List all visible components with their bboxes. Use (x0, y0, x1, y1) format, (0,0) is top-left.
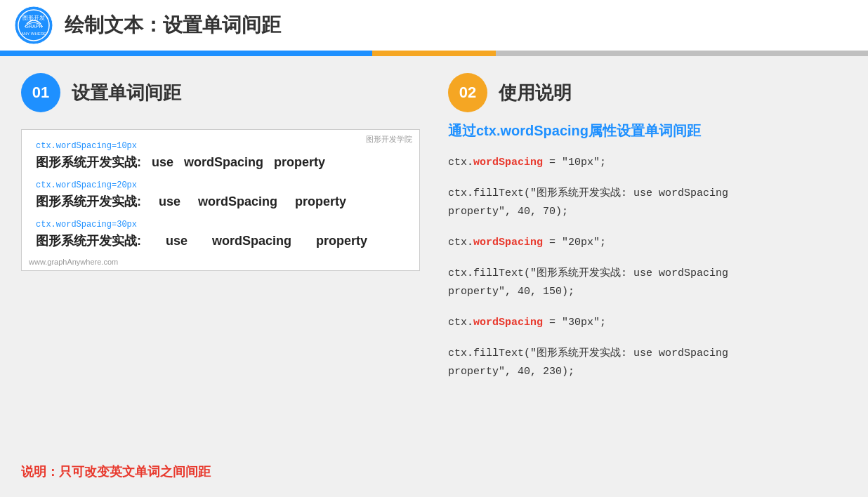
code-line-3-2: ctx.fillText("图形系统开发实战: use wordSpacing (448, 345, 847, 362)
code-line-1-2: ctx.fillText("图形系统开发实战: use wordSpacing (448, 185, 847, 202)
code-line-3-1: ctx.wordSpacing = "30px"; (448, 314, 847, 331)
section-01-header: 01 设置单词间距 (21, 73, 420, 112)
page-title: 绘制文本：设置单词间距 (65, 12, 281, 39)
code-block-1b: ctx.fillText("图形系统开发实战: use wordSpacing … (448, 185, 847, 222)
code-line-2-2: ctx.fillText("图形系统开发实战: use wordSpacing (448, 265, 847, 282)
code-block-1: ctx.wordSpacing = "10px"; (448, 154, 847, 173)
right-subtitle: 通过ctx.wordSpacing属性设置单词间距 (448, 121, 847, 140)
code-line-2-3: property", 40, 150); (448, 284, 847, 300)
watermark-top: 图形开发学院 (366, 134, 412, 145)
page: 图形开发 GRAPH ANY WHERE 绘制文本：设置单词间距 01 设置单词… (0, 0, 868, 497)
demo-label-30: ctx.wordSpacing=30px (36, 220, 405, 230)
logo-icon: 图形开发 GRAPH ANY WHERE (14, 6, 53, 45)
progress-orange (372, 51, 497, 56)
section-number-01: 01 (21, 73, 60, 112)
demo-row-30: ctx.wordSpacing=30px 图形系统开发实战: use wordS… (36, 220, 405, 249)
section-number-02: 02 (448, 73, 487, 112)
canvas-demo-box: 图形开发学院 ctx.wordSpacing=10px 图形系统开发实战: us… (21, 129, 420, 271)
left-panel: 01 设置单词间距 图形开发学院 ctx.wordSpacing=10px 图形… (21, 73, 420, 480)
code-line-1-1: ctx.wordSpacing = "10px"; (448, 154, 847, 171)
section-02-header: 02 使用说明 (448, 73, 847, 112)
code-line-1-3: property", 40, 70); (448, 204, 847, 220)
code-block-3: ctx.wordSpacing = "30px"; (448, 314, 847, 333)
code-line-2-1: ctx.wordSpacing = "20px"; (448, 234, 847, 251)
section-02-title: 使用说明 (499, 81, 572, 105)
code-block-2b: ctx.fillText("图形系统开发实战: use wordSpacing … (448, 265, 847, 302)
progress-blue (0, 51, 372, 56)
section-01-title: 设置单词间距 (72, 81, 181, 105)
note-text: 说明：只可改变英文单词之间间距 (21, 456, 420, 480)
right-panel: 02 使用说明 通过ctx.wordSpacing属性设置单词间距 ctx.wo… (448, 73, 847, 480)
code-block-3b: ctx.fillText("图形系统开发实战: use wordSpacing … (448, 345, 847, 382)
code-line-3-3: property", 40, 230); (448, 364, 847, 380)
demo-label-10: ctx.wordSpacing=10px (36, 141, 405, 151)
demo-text-20: 图形系统开发实战: use wordSpacing property (36, 193, 405, 210)
watermark-bottom: www.graphAnywhere.com (29, 258, 118, 266)
demo-row-10: ctx.wordSpacing=10px 图形系统开发实战: use wordS… (36, 141, 405, 171)
progress-bar (0, 51, 868, 56)
progress-gray (496, 51, 868, 56)
demo-text-30: 图形系统开发实战: use wordSpacing property (36, 232, 405, 249)
main-content: 01 设置单词间距 图形开发学院 ctx.wordSpacing=10px 图形… (0, 56, 868, 497)
demo-text-10: 图形系统开发实战: use wordSpacing property (36, 154, 405, 171)
svg-text:ANY WHERE: ANY WHERE (21, 32, 46, 36)
header: 图形开发 GRAPH ANY WHERE 绘制文本：设置单词间距 (0, 0, 868, 51)
demo-row-20: ctx.wordSpacing=20px 图形系统开发实战: use wordS… (36, 180, 405, 210)
demo-label-20: ctx.wordSpacing=20px (36, 180, 405, 190)
code-block-2: ctx.wordSpacing = "20px"; (448, 234, 847, 253)
